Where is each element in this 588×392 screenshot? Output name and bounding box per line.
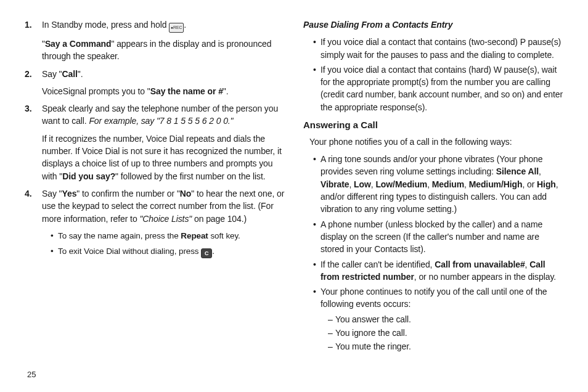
step-line: Say "Yes" to confirm the number or "No" … <box>42 187 285 225</box>
step-number: 4. <box>25 187 31 200</box>
left-column: 1.In Standby mode, press and hold ●REC."… <box>25 18 285 386</box>
step-line: If it recognizes the number, Voice Dial … <box>42 133 285 182</box>
step-sub-bullets: To say the name again, press the Repeat … <box>42 230 285 259</box>
answering-heading: Answering a Call <box>303 118 563 132</box>
step-item: 1.In Standby mode, press and hold ●REC."… <box>25 18 285 63</box>
step-number: 3. <box>25 102 31 115</box>
step-line: Speak clearly and say the telephone numb… <box>42 102 285 128</box>
step-number: 1. <box>25 18 31 31</box>
step-item: 3.Speak clearly and say the telephone nu… <box>25 102 285 182</box>
answer-sub-item: You ignore the call. <box>328 327 563 339</box>
rec-key-icon: ●REC <box>169 23 184 33</box>
answer-sub-item: You mute the ringer. <box>328 340 563 353</box>
step-line: VoiceSignal prompts you to "Say the name… <box>42 85 285 97</box>
step-sub-bullet: To exit Voice Dial without dialing, pres… <box>51 245 285 258</box>
answering-bullets: A ring tone sounds and/or your phone vib… <box>303 153 563 353</box>
pause-bullet: If you voice dial a contact that contain… <box>313 36 563 61</box>
numbered-steps: 1.In Standby mode, press and hold ●REC."… <box>25 18 285 258</box>
step-sub-bullet: To say the name again, press the Repeat … <box>51 230 285 242</box>
step-line: In Standby mode, press and hold ●REC. <box>42 18 285 33</box>
right-column: Pause Dialing From a Contacts Entry If y… <box>303 18 563 386</box>
step-line: Say "Call". <box>42 68 285 80</box>
answer-sub-item: You answer the call. <box>328 313 563 325</box>
answer-bullet: If the caller can't be identified, Call … <box>313 258 563 284</box>
clear-key-icon: C <box>201 248 212 258</box>
step-line: "Say a Command" appears in the display a… <box>42 38 285 63</box>
answer-bullet: Your phone continues to notify you of th… <box>313 285 563 353</box>
pause-bullets: If you voice dial a contact that contain… <box>303 36 563 113</box>
pause-bullet: If you voice dial a contact that contain… <box>313 63 563 113</box>
pause-heading: Pause Dialing From a Contacts Entry <box>303 18 563 31</box>
step-number: 2. <box>25 68 31 80</box>
answering-intro: Your phone notifies you of a call in the… <box>303 136 563 148</box>
answer-bullet: A ring tone sounds and/or your phone vib… <box>313 153 563 215</box>
page-number: 25 <box>27 369 36 381</box>
answer-sub-list: You answer the call.You ignore the call.… <box>321 313 563 353</box>
page: 1.In Standby mode, press and hold ●REC."… <box>0 0 588 392</box>
step-item: 4.Say "Yes" to confirm the number or "No… <box>25 187 285 258</box>
step-item: 2.Say "Call".VoiceSignal prompts you to … <box>25 68 285 98</box>
answer-bullet: A phone number (unless blocked by the ca… <box>313 218 563 256</box>
